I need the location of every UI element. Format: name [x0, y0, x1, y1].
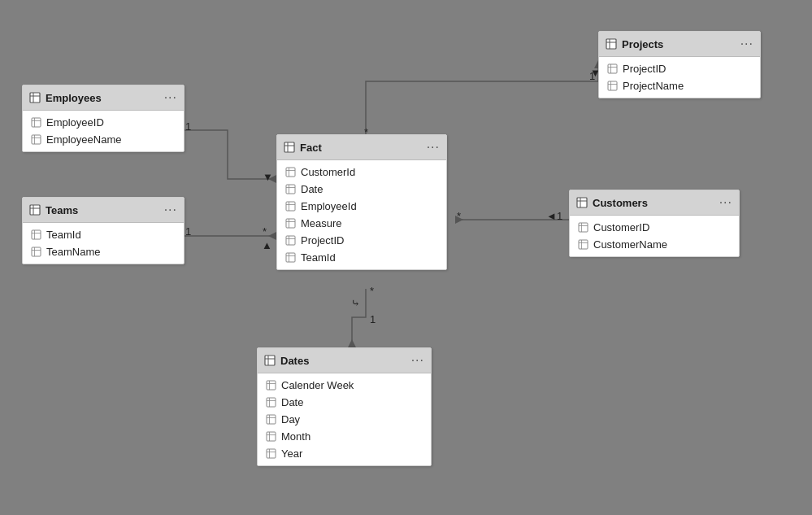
customers-table-title: Customers — [593, 197, 648, 209]
field-name: Day — [281, 413, 300, 426]
svg-rect-59 — [579, 240, 588, 249]
svg-rect-38 — [286, 236, 295, 245]
table-row: ProjectName — [599, 77, 760, 94]
svg-rect-29 — [286, 185, 295, 194]
teams-table: Teams ··· TeamId TeamName — [22, 197, 185, 264]
teams-dots[interactable]: ··· — [164, 203, 177, 217]
field-icon — [285, 201, 296, 212]
employees-table-header: Employees ··· — [23, 85, 184, 111]
svg-rect-65 — [267, 381, 276, 390]
field-icon — [607, 81, 618, 91]
field-name: EmployeeID — [46, 116, 104, 129]
table-row: CustomerName — [570, 236, 739, 253]
fact-table-title: Fact — [300, 142, 322, 154]
field-icon — [31, 117, 41, 128]
field-icon — [266, 448, 276, 459]
projects-table-header: Projects ··· — [599, 32, 760, 57]
table-row: TeamId — [23, 226, 184, 243]
svg-marker-4 — [348, 339, 356, 347]
field-icon — [266, 431, 276, 442]
table-row: EmployeeName — [23, 131, 184, 148]
field-icon — [266, 414, 276, 425]
fact-table-header: Fact ··· — [277, 135, 446, 160]
fact-table-body: CustomerId Date EmployeeId — [277, 160, 446, 269]
table-row: EmployeeId — [277, 198, 446, 215]
field-icon — [31, 229, 41, 240]
employees-table-title: Employees — [46, 92, 102, 104]
cardinality-dates-1: 1 — [370, 313, 376, 325]
table-row: Month — [258, 428, 431, 445]
teams-table-title: Teams — [46, 204, 78, 216]
svg-rect-11 — [32, 135, 41, 144]
svg-rect-20 — [32, 247, 41, 256]
field-name: ProjectID — [623, 63, 666, 75]
field-name: EmployeeId — [301, 200, 357, 212]
fact-dots[interactable]: ··· — [427, 140, 440, 155]
cardinality-fact-teams-arrow: ▲ — [262, 239, 272, 251]
table-row: Day — [258, 411, 431, 428]
field-icon — [578, 222, 588, 233]
table-row: CustomerId — [277, 164, 446, 181]
field-name: Year — [281, 447, 302, 460]
table-row: TeamId — [277, 249, 446, 266]
svg-rect-14 — [30, 205, 40, 215]
employees-header-left: Employees — [29, 92, 102, 104]
table-row: Measure — [277, 215, 446, 232]
svg-rect-77 — [267, 449, 276, 458]
teams-table-header: Teams ··· — [23, 198, 184, 223]
field-name: Date — [281, 396, 303, 408]
employees-dots[interactable]: ··· — [164, 90, 177, 105]
field-name: TeamName — [46, 246, 100, 258]
svg-rect-71 — [267, 415, 276, 424]
cardinality-fact-customers-many: * — [457, 210, 461, 222]
svg-rect-5 — [30, 93, 40, 103]
teams-table-body: TeamId TeamName — [23, 223, 184, 264]
field-name: CustomerID — [593, 221, 649, 233]
field-icon — [285, 218, 296, 229]
table-row: EmployeeID — [23, 114, 184, 131]
fact-table-icon — [284, 142, 295, 153]
table-row: Calender Week — [258, 377, 431, 394]
field-icon — [31, 134, 41, 145]
dates-header-left: Dates — [264, 355, 309, 367]
svg-rect-56 — [579, 223, 588, 232]
cardinality-customers-arrow: ◄ — [546, 210, 557, 222]
fact-header-left: Fact — [284, 142, 322, 154]
customers-dots[interactable]: ··· — [719, 195, 732, 210]
field-icon — [285, 167, 296, 177]
svg-rect-50 — [608, 81, 617, 90]
dates-table-icon — [264, 355, 276, 366]
field-icon — [31, 247, 41, 257]
table-row: ProjectID — [599, 60, 760, 77]
field-icon — [578, 239, 588, 250]
svg-rect-44 — [606, 39, 616, 49]
svg-rect-32 — [286, 202, 295, 211]
svg-rect-8 — [32, 118, 41, 127]
cardinality-teams-1: 1 — [185, 225, 191, 238]
teams-header-left: Teams — [29, 204, 78, 216]
dates-table-title: Dates — [280, 355, 309, 367]
projects-table: Projects ··· ProjectID Proje — [598, 31, 761, 98]
projects-dots[interactable]: ··· — [740, 37, 753, 51]
projects-header-left: Projects — [606, 38, 663, 50]
projects-table-body: ProjectID ProjectName — [599, 57, 760, 98]
field-name: TeamId — [301, 251, 336, 264]
field-name: CustomerName — [593, 238, 667, 251]
customers-table: Customers ··· CustomerID Cus — [569, 190, 740, 257]
dates-table: Dates ··· Calender Week Date — [257, 347, 432, 466]
svg-rect-62 — [265, 356, 275, 365]
svg-rect-17 — [32, 230, 41, 239]
cardinality-dates-self-arrow: ⤷ — [351, 297, 360, 309]
table-row: Year — [258, 445, 431, 462]
field-icon — [607, 63, 618, 74]
employees-table: Employees ··· EmployeeID Emp — [22, 85, 185, 152]
field-name: Date — [301, 183, 323, 195]
table-row: ProjectID — [277, 232, 446, 249]
svg-rect-68 — [267, 398, 276, 407]
customers-table-header: Customers ··· — [570, 190, 739, 216]
field-icon — [285, 184, 296, 194]
dates-dots[interactable]: ··· — [411, 353, 424, 368]
table-row: CustomerID — [570, 219, 739, 236]
field-name: ProjectID — [301, 234, 344, 247]
field-icon — [285, 235, 296, 246]
